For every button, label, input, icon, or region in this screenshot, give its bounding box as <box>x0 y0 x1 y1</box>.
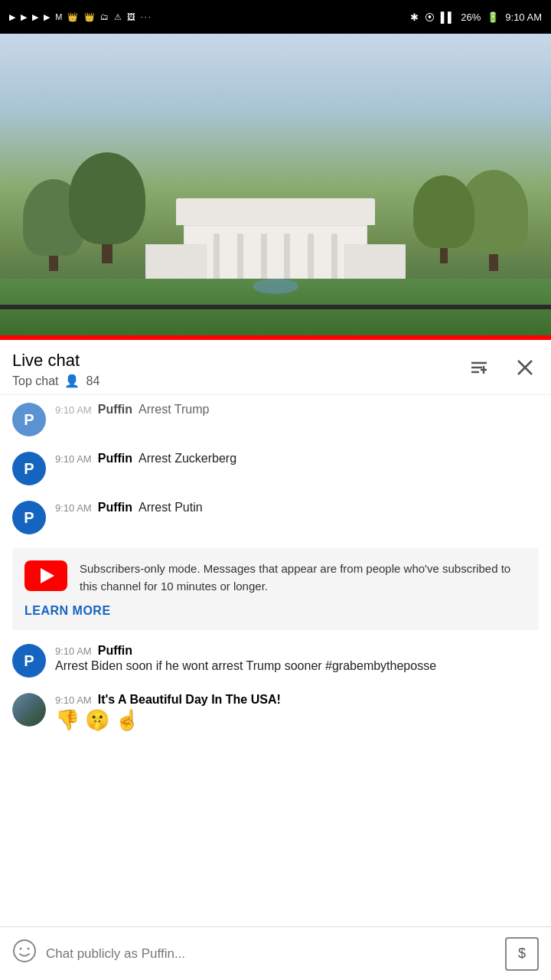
chat-content-partial: 9:10 AM Puffin Arrest Trump <box>55 403 539 418</box>
chat-messages-area: P 9:10 AM Puffin Arrest Trump P 9:10 AM … <box>0 395 551 801</box>
time: 9:10 AM <box>505 11 542 23</box>
header-icons <box>465 354 539 386</box>
chat-text-partial: Arrest Trump <box>139 403 209 416</box>
tree-left-2 <box>69 152 145 263</box>
avatar-beautiful-day <box>12 693 46 727</box>
video-overlay <box>0 34 551 340</box>
youtube-logo <box>24 560 67 591</box>
svg-point-9 <box>28 948 30 950</box>
chat-meta-3: 9:10 AM Puffin <box>55 644 539 658</box>
chat-username-1: Puffin <box>98 452 132 466</box>
avatar-puffin-partial: P <box>12 403 46 436</box>
dollar-icon: $ <box>518 946 526 962</box>
livechat-title: Live chat <box>12 351 99 371</box>
livechat-title-area: Live chat Top chat 👤 84 <box>12 351 99 388</box>
chat-message-2: P 9:10 AM Puffin Arrest Putin <box>0 493 551 542</box>
fountain <box>253 279 298 294</box>
chat-text-2: Arrest Putin <box>139 501 203 514</box>
video-progress-bar[interactable] <box>0 335 551 340</box>
wifi-icon: ⦿ <box>425 11 435 23</box>
avatar-puffin-2: P <box>12 501 46 534</box>
viewer-count: 84 <box>86 374 99 388</box>
smiley-icon <box>12 939 37 963</box>
chat-text-1: Arrest Zuckerberg <box>139 452 236 466</box>
status-bar: ▶ ▶ ▶ ▶ M 👑 👑 🗂 ⚠ 🖼 ··· ✱ ⦿ ▌▌ 26% 🔋 9:1… <box>0 0 551 34</box>
chat-time-4: 9:10 AM <box>55 694 92 706</box>
avatar-landscape-image <box>12 693 46 727</box>
battery-icon: 🔋 <box>487 11 499 23</box>
superscript-button[interactable]: $ <box>505 937 539 971</box>
chat-meta-2: 9:10 AM Puffin Arrest Putin <box>55 501 539 514</box>
svg-point-8 <box>20 948 22 950</box>
avatar-puffin-3: P <box>12 644 46 678</box>
svg-point-7 <box>14 940 35 962</box>
chat-username-partial: Puffin <box>98 403 132 416</box>
chat-time-1: 9:10 AM <box>55 453 92 465</box>
fence <box>0 305 551 309</box>
chat-text-3: Arrest Biden soon if he wont arrest Trum… <box>55 659 539 673</box>
chat-input-bar: $ <box>0 926 551 980</box>
chat-text-4: 👎 🤫 ☝️ <box>55 708 539 732</box>
chat-time-3: 9:10 AM <box>55 645 92 657</box>
chat-input[interactable] <box>46 946 496 962</box>
chat-time-partial: 9:10 AM <box>55 404 92 416</box>
bluetooth-icon: ✱ <box>410 11 419 23</box>
video-player[interactable] <box>0 34 551 340</box>
livechat-subtitle: Top chat 👤 84 <box>12 374 99 388</box>
close-icon <box>514 357 536 378</box>
status-bar-right: ✱ ⦿ ▌▌ 26% 🔋 9:10 AM <box>410 11 542 23</box>
chat-message-3: P 9:10 AM Puffin Arrest Biden soon if he… <box>0 636 551 685</box>
livechat-header: Live chat Top chat 👤 84 <box>0 340 551 395</box>
chat-username-3: Puffin <box>98 644 132 658</box>
chat-content-4: 9:10 AM It's A Beautiful Day In The USA!… <box>55 693 539 732</box>
filter-icon-button[interactable] <box>465 354 493 386</box>
chat-content-3: 9:10 AM Puffin Arrest Biden soon if he w… <box>55 644 539 673</box>
subscribers-notice-top: Subscribers-only mode. Messages that app… <box>24 560 527 595</box>
emoji-button[interactable] <box>12 939 37 969</box>
app-icons: ▶ ▶ ▶ ▶ M 👑 👑 🗂 ⚠ 🖼 ··· <box>9 12 152 22</box>
chat-content-1: 9:10 AM Puffin Arrest Zuckerberg <box>55 452 539 467</box>
chat-meta-partial: 9:10 AM Puffin Arrest Trump <box>55 403 539 416</box>
avatar-puffin-1: P <box>12 452 46 485</box>
chat-username-2: Puffin <box>98 501 132 514</box>
status-bar-left: ▶ ▶ ▶ ▶ M 👑 👑 🗂 ⚠ 🖼 ··· <box>9 12 152 22</box>
play-triangle-icon <box>41 568 54 583</box>
filter-icon <box>468 357 490 378</box>
chat-time-2: 9:10 AM <box>55 502 92 514</box>
person-icon: 👤 <box>64 374 80 388</box>
chat-meta-4: 9:10 AM It's A Beautiful Day In The USA! <box>55 693 539 707</box>
tree-right-2 <box>413 175 474 263</box>
bottom-spacer <box>0 740 551 801</box>
chat-message-4: 9:10 AM It's A Beautiful Day In The USA!… <box>0 685 551 740</box>
top-chat-label: Top chat <box>12 374 58 388</box>
subscribers-notice: Subscribers-only mode. Messages that app… <box>12 548 539 630</box>
signal-icon: ▌▌ <box>441 11 455 23</box>
battery-percent: 26% <box>461 11 481 23</box>
subscribers-text: Subscribers-only mode. Messages that app… <box>80 560 527 595</box>
close-button[interactable] <box>511 354 539 386</box>
chat-username-4: It's A Beautiful Day In The USA! <box>98 693 281 707</box>
chat-message-partial: P 9:10 AM Puffin Arrest Trump <box>0 395 551 444</box>
chat-message-1: P 9:10 AM Puffin Arrest Zuckerberg <box>0 444 551 493</box>
chat-meta-1: 9:10 AM Puffin Arrest Zuckerberg <box>55 452 539 466</box>
chat-content-2: 9:10 AM Puffin Arrest Putin <box>55 501 539 516</box>
learn-more-button[interactable]: LEARN MORE <box>24 604 527 618</box>
